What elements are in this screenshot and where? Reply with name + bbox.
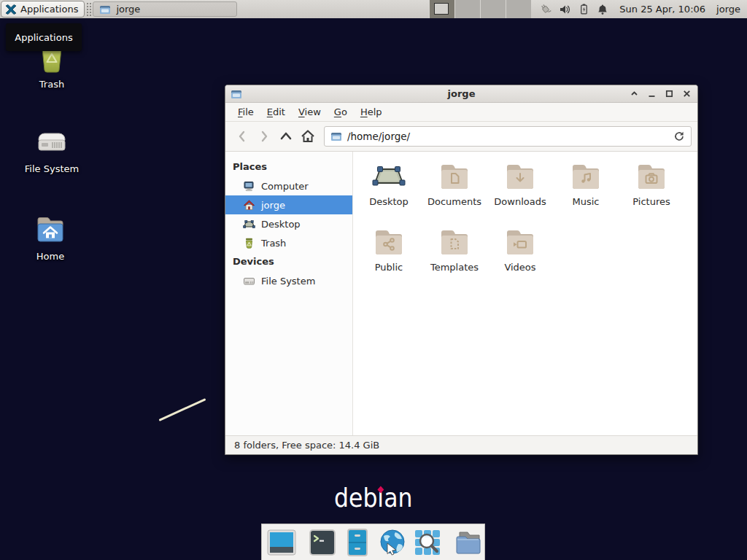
desktop-icon-label: Home bbox=[36, 251, 64, 262]
xfce-applications-icon bbox=[5, 4, 17, 15]
menu-help[interactable]: Help bbox=[354, 104, 389, 120]
desktop-icon-label: Trash bbox=[39, 79, 64, 90]
folder-music-icon bbox=[568, 159, 603, 194]
folder-videos-icon bbox=[503, 225, 538, 260]
terminal-button[interactable] bbox=[306, 526, 338, 559]
sidebar-item-jorge[interactable]: jorge bbox=[225, 195, 352, 214]
sidebar-item-file-system[interactable]: File System bbox=[225, 271, 352, 290]
file-item-music[interactable]: Music bbox=[553, 159, 619, 225]
shade-icon[interactable] bbox=[629, 88, 640, 99]
desktop-icon-home[interactable]: Home bbox=[16, 213, 85, 262]
workspace-4[interactable] bbox=[506, 0, 531, 18]
sidebar-header-devices: Devices bbox=[225, 252, 352, 271]
path-folder-icon bbox=[330, 131, 342, 142]
home-button[interactable] bbox=[297, 125, 319, 147]
workspace-1[interactable] bbox=[429, 0, 454, 18]
sidebar-item-computer[interactable]: Computer bbox=[225, 176, 352, 195]
sidebar-item-label: Computer bbox=[261, 181, 309, 192]
network-plug-icon[interactable] bbox=[538, 3, 551, 15]
clock[interactable]: Sun 25 Apr, 10:06 bbox=[619, 4, 705, 15]
panel-username: jorge bbox=[716, 4, 740, 15]
workspace-3[interactable] bbox=[480, 0, 506, 18]
forward-button[interactable] bbox=[253, 125, 275, 147]
window-folder-icon bbox=[231, 88, 242, 100]
minimize-icon[interactable] bbox=[646, 88, 657, 99]
folder-templates-icon bbox=[437, 225, 472, 260]
applications-menu-button[interactable]: Applications bbox=[1, 1, 85, 18]
file-cabinet-icon bbox=[341, 526, 374, 559]
sidebar: Places Computer jorge bbox=[225, 152, 353, 435]
window-title: jorge bbox=[225, 88, 697, 99]
wordmark-pre: deb bbox=[334, 483, 377, 513]
notifications-bell-icon[interactable] bbox=[597, 4, 608, 15]
sidebar-item-trash[interactable]: Trash bbox=[225, 233, 352, 252]
file-item-label: Pictures bbox=[632, 196, 670, 207]
show-desktop-button[interactable] bbox=[266, 526, 298, 559]
sidebar-header-places: Places bbox=[225, 158, 352, 176]
web-browser-icon bbox=[376, 526, 409, 559]
file-item-label: Public bbox=[375, 262, 403, 273]
desktop-icon-file-system[interactable]: File System bbox=[18, 125, 86, 174]
menu-go[interactable]: Go bbox=[328, 104, 354, 120]
file-item-downloads[interactable]: Downloads bbox=[487, 159, 553, 225]
file-item-label: Templates bbox=[430, 262, 479, 273]
terminal-icon bbox=[306, 526, 338, 559]
file-item-documents[interactable]: Documents bbox=[422, 159, 487, 225]
dock bbox=[261, 524, 485, 560]
battery-charging-icon[interactable] bbox=[578, 3, 589, 15]
debian-wordmark: debian bbox=[334, 483, 412, 513]
desktop-icon-label: File System bbox=[25, 163, 79, 174]
workspace-window-preview bbox=[434, 3, 449, 15]
home-folder-icon bbox=[34, 213, 67, 246]
web-browser-button[interactable] bbox=[376, 526, 409, 559]
file-manager-button[interactable] bbox=[341, 526, 374, 559]
panel-handle[interactable] bbox=[86, 2, 91, 16]
file-item-desktop[interactable]: Desktop bbox=[356, 159, 422, 225]
folder-documents-icon bbox=[437, 159, 472, 194]
file-item-pictures[interactable]: Pictures bbox=[619, 159, 684, 225]
sidebar-item-label: File System bbox=[261, 276, 315, 287]
sidebar-item-desktop[interactable]: Desktop bbox=[225, 214, 352, 233]
user-home-icon bbox=[243, 199, 255, 211]
taskbar-window-button[interactable]: jorge bbox=[93, 1, 237, 17]
forward-icon bbox=[257, 129, 271, 144]
desktop-icon bbox=[243, 218, 255, 230]
menu-file[interactable]: File bbox=[231, 104, 260, 120]
system-tray bbox=[538, 3, 608, 15]
file-item-templates[interactable]: Templates bbox=[422, 225, 487, 290]
up-icon bbox=[279, 129, 293, 144]
titlebar[interactable]: jorge bbox=[225, 85, 697, 103]
computer-icon bbox=[243, 180, 255, 192]
file-item-videos[interactable]: Videos bbox=[487, 225, 553, 290]
file-item-label: Downloads bbox=[494, 196, 546, 207]
back-button[interactable] bbox=[231, 125, 253, 147]
folder-downloads-icon bbox=[503, 159, 538, 194]
wordmark-post: an bbox=[384, 483, 412, 513]
folder-pictures-icon bbox=[634, 159, 669, 194]
menu-edit[interactable]: Edit bbox=[260, 104, 292, 120]
back-icon bbox=[235, 129, 249, 144]
maximize-icon[interactable] bbox=[664, 88, 675, 99]
menu-view[interactable]: View bbox=[292, 104, 328, 120]
volume-icon[interactable] bbox=[559, 4, 571, 15]
path-bar[interactable]: /home/jorge/ bbox=[324, 126, 692, 147]
hard-drive-icon bbox=[243, 275, 255, 287]
workspace-2[interactable] bbox=[454, 0, 480, 18]
show-desktop-icon bbox=[266, 526, 298, 559]
sidebar-item-label: Trash bbox=[261, 238, 286, 249]
workspace-switcher bbox=[429, 0, 531, 18]
path-input[interactable]: /home/jorge/ bbox=[347, 131, 668, 142]
trash-icon bbox=[243, 237, 255, 249]
reload-icon[interactable] bbox=[673, 131, 685, 142]
applications-tooltip: Applications bbox=[6, 23, 82, 51]
folder-public-icon bbox=[371, 225, 406, 260]
app-finder-button[interactable] bbox=[411, 526, 444, 559]
up-button[interactable] bbox=[275, 125, 297, 147]
file-item-public[interactable]: Public bbox=[356, 225, 422, 290]
close-icon[interactable] bbox=[681, 88, 692, 99]
taskbar-window-label: jorge bbox=[116, 4, 140, 15]
file-grid: Desktop Documents Downloads bbox=[353, 152, 697, 435]
file-item-label: Desktop bbox=[369, 196, 409, 207]
file-item-label: Videos bbox=[504, 262, 535, 273]
folder-launcher-button[interactable] bbox=[452, 526, 484, 559]
